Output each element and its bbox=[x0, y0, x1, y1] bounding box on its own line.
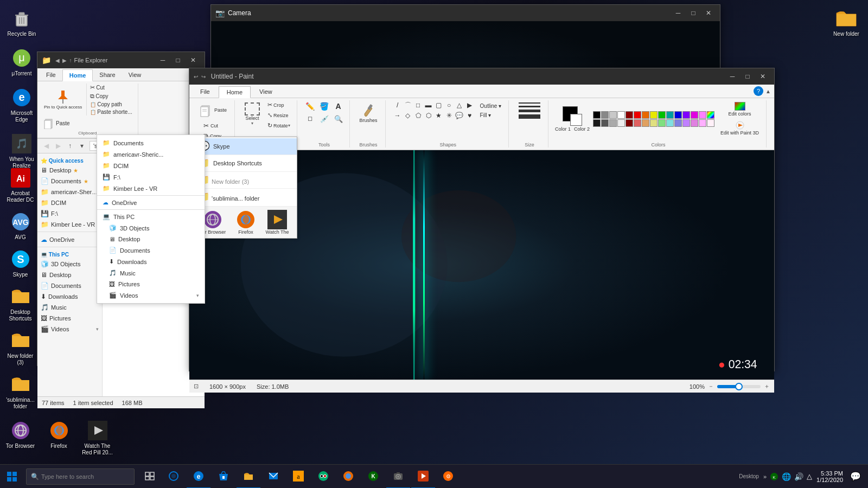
color-pink[interactable] bbox=[699, 111, 706, 119]
color-lavender[interactable] bbox=[682, 119, 690, 127]
paint-magnify-btn[interactable]: 🔍 bbox=[332, 113, 345, 125]
tor-browser-bottom-icon[interactable]: Tor Browser bbox=[3, 418, 38, 458]
color-lightgreen[interactable] bbox=[658, 119, 666, 127]
sidebar-3dobjects[interactable]: 🧊 3D Objects bbox=[37, 259, 102, 269]
ribbon-tab-view[interactable]: View bbox=[122, 69, 148, 81]
volume-icon[interactable]: 🔊 bbox=[794, 472, 803, 481]
taskbar-time[interactable]: 5:33 PM 1/12/2020 bbox=[816, 470, 843, 483]
paint-minimize-btn[interactable]: ─ bbox=[725, 69, 739, 84]
sidebar-pc-documents[interactable]: 📄 Documents bbox=[37, 280, 102, 291]
size-2-btn[interactable] bbox=[519, 106, 540, 107]
skype-icon[interactable]: S Skype bbox=[3, 246, 38, 280]
shape-triangle-btn[interactable]: △ bbox=[454, 100, 465, 110]
paint-fill-btn[interactable]: 🪣 bbox=[318, 100, 331, 112]
color-cyan[interactable] bbox=[666, 119, 674, 127]
paint-pencil-btn[interactable]: ✏️ bbox=[304, 100, 317, 112]
paint-cut-btn[interactable]: ✂ Cut bbox=[201, 121, 224, 131]
shape-pentagon-btn[interactable]: ⬠ bbox=[413, 111, 424, 120]
popup-pc-documents[interactable]: 📄 Documents bbox=[97, 245, 205, 256]
ribbon-tab-home[interactable]: Home bbox=[62, 69, 93, 81]
color-rainbow[interactable] bbox=[707, 111, 714, 119]
taskbar-camera[interactable] bbox=[386, 465, 410, 489]
color-black[interactable] bbox=[593, 111, 601, 119]
paint-redo-icon[interactable]: ↪ bbox=[201, 74, 206, 80]
color-darkred[interactable] bbox=[626, 111, 633, 119]
sidebar-pictures[interactable]: 🖼 Pictures bbox=[37, 313, 102, 324]
size-1-btn[interactable] bbox=[519, 102, 540, 104]
explorer-close-btn[interactable]: ✕ bbox=[186, 53, 200, 67]
popup-videos[interactable]: 🎬 Videos ▾ bbox=[97, 290, 205, 301]
paint-text-btn[interactable]: A bbox=[332, 100, 345, 112]
taskbar-extra-app[interactable]: ⚙ bbox=[436, 465, 460, 489]
explorer-back-btn-title[interactable]: ◀ bbox=[55, 57, 60, 63]
popup-americavr[interactable]: 📁 americavr-Sheric... bbox=[97, 149, 205, 160]
taskbar-file-explorer[interactable] bbox=[237, 465, 260, 489]
shape-rect-btn[interactable]: □ bbox=[413, 100, 424, 110]
color-orange[interactable] bbox=[642, 111, 649, 119]
network-icon[interactable]: 🌐 bbox=[782, 472, 791, 481]
new-folder-3-icon[interactable]: New folder (3) bbox=[3, 328, 38, 368]
desktop-shortcuts-icon[interactable]: Desktop Shortcuts bbox=[3, 284, 38, 324]
color-maroon[interactable] bbox=[626, 119, 633, 127]
ribbon-paste-btn[interactable]: Paste bbox=[42, 116, 133, 130]
paint-zoom-in-btn[interactable]: ＋ bbox=[764, 382, 770, 390]
sidebar-kimber[interactable]: 📁 Kimber Lee - VR bbox=[37, 219, 102, 230]
taskbar-media-player[interactable] bbox=[411, 465, 435, 489]
taskbar-kaspersky[interactable]: K bbox=[361, 465, 385, 489]
shape-burst-btn[interactable]: ✳ bbox=[444, 111, 455, 120]
popup-3dobjects[interactable]: 🧊 3D Objects bbox=[97, 222, 205, 234]
panel-watch-the[interactable]: Watch The bbox=[266, 210, 289, 235]
sidebar-onedrive[interactable]: ☁ OneDrive bbox=[37, 234, 102, 245]
shape-heart-btn[interactable]: ♥ bbox=[464, 111, 475, 120]
paint-select-btn[interactable]: Select ▾ bbox=[241, 100, 263, 128]
ribbon-pin-btn[interactable]: Pin to Quick access bbox=[42, 88, 84, 111]
utorrent-icon[interactable]: μ μTorrent bbox=[3, 45, 41, 79]
shape-ellipse-btn[interactable]: ○ bbox=[444, 100, 455, 110]
color-lightyellow[interactable] bbox=[650, 119, 658, 127]
shape-arrow-btn[interactable]: → bbox=[392, 111, 403, 120]
paint-eyedropper-btn[interactable]: 💉 bbox=[318, 113, 331, 125]
color-white[interactable] bbox=[617, 111, 625, 119]
shape-rect-fill-btn[interactable]: ▬ bbox=[423, 100, 434, 110]
color-darkgray[interactable] bbox=[601, 119, 609, 127]
paint-paste-btn[interactable]: Paste bbox=[195, 100, 230, 120]
ribbon-paste-shortcut-btn[interactable]: 📋 Paste shorte... bbox=[89, 108, 133, 115]
paint-color2-swatch[interactable] bbox=[570, 114, 582, 126]
color-red[interactable] bbox=[634, 111, 641, 119]
paint-edit-paint3d-btn[interactable]: Edit with Paint 3D bbox=[718, 119, 762, 137]
color-nearwhite[interactable] bbox=[617, 119, 625, 127]
popup-downloads[interactable]: ⬇ Downloads bbox=[97, 256, 205, 267]
color-purple[interactable] bbox=[682, 111, 690, 119]
paint-outline-btn[interactable]: Outline ▾ bbox=[477, 102, 504, 110]
size-4-btn[interactable] bbox=[519, 114, 540, 119]
size-3-btn[interactable] bbox=[519, 110, 540, 112]
taskbar-task-view[interactable] bbox=[138, 465, 162, 489]
shape-hexagon-btn[interactable]: ⬡ bbox=[423, 111, 434, 120]
sidebar-downloads[interactable]: ⬇ Downloads bbox=[37, 291, 102, 302]
sidebar-pc-desktop[interactable]: 🖥 Desktop bbox=[37, 269, 102, 280]
explorer-minimize-btn[interactable]: ─ bbox=[156, 53, 170, 67]
notification-icon[interactable]: △ bbox=[807, 472, 812, 480]
explorer-forward-btn-title[interactable]: ▶ bbox=[62, 57, 67, 63]
shape-callout-btn[interactable]: 💬 bbox=[454, 111, 465, 120]
avg-icon[interactable]: AVG AVG bbox=[3, 209, 38, 243]
panel-new-folder-3[interactable]: 📁 New folder (3) bbox=[192, 172, 297, 188]
color-tan[interactable] bbox=[642, 119, 649, 127]
panel-firefox[interactable]: Firefox bbox=[236, 210, 256, 235]
ribbon-copy-path-btn[interactable]: 📋 Copy path bbox=[89, 101, 133, 108]
show-hidden-icons[interactable]: » bbox=[763, 473, 767, 480]
shape-more-btn[interactable]: ▶ bbox=[464, 100, 475, 110]
panel-desktop-shortcuts[interactable]: 📁 Desktop Shortcuts bbox=[192, 155, 297, 171]
notification-center-btn[interactable]: 💬 bbox=[847, 465, 864, 489]
paint-rotate-btn[interactable]: ↻ Rotate ▾ bbox=[265, 121, 292, 130]
subliminal-folder-icon[interactable]: 'sublimina... folder bbox=[3, 371, 38, 412]
explorer-maximize-btn[interactable]: □ bbox=[171, 53, 185, 67]
ribbon-cut-btn[interactable]: ✂ Cut bbox=[89, 84, 133, 92]
camera-close-btn[interactable]: ✕ bbox=[701, 6, 716, 20]
shape-round-rect-btn[interactable]: ▢ bbox=[433, 100, 444, 110]
shape-star-btn[interactable]: ★ bbox=[433, 111, 444, 120]
color-periwinkle[interactable] bbox=[674, 119, 682, 127]
popup-documents[interactable]: 📁 Documents bbox=[97, 137, 205, 149]
color-magenta[interactable] bbox=[691, 111, 698, 119]
taskbar-tripadvisor[interactable] bbox=[311, 465, 335, 489]
